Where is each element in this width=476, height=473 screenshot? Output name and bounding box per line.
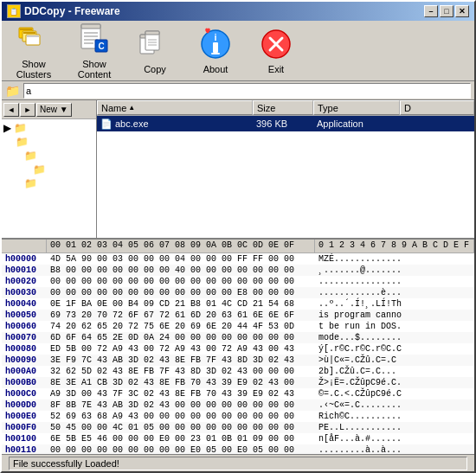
address-input[interactable]: [23, 83, 471, 99]
file-type-cell: Application: [313, 118, 400, 129]
column-header-name[interactable]: Name ▲: [97, 100, 253, 115]
svg-rect-17: [145, 31, 159, 35]
copy-button[interactable]: Copy: [128, 24, 182, 77]
maximize-button[interactable]: □: [440, 5, 453, 17]
hex-bytes: 8E 3E A1 CB 3D 02 43 8E FB 70 43 39 E9 0…: [47, 378, 315, 387]
hex-address: h00000: [2, 254, 47, 264]
copy-label: Copy: [144, 64, 166, 74]
hex-row[interactable]: h00030 00 00 00 00 00 00 00 00 00 00 00 …: [2, 287, 474, 298]
copy-icon: [138, 27, 172, 61]
hex-ascii: ¸.......@.......: [315, 265, 474, 275]
hex-bytes: 69 73 20 70 72 6F 67 72 61 6D 20 63 61 6…: [47, 310, 315, 320]
hex-row[interactable]: h00050 69 73 20 70 72 6F 67 72 61 6D 20 …: [2, 310, 474, 321]
hex-row[interactable]: h000C0 A9 3D 00 43 7F 3C 02 43 8E FB 70 …: [2, 388, 474, 399]
file-list-header: Name ▲ Size Type D: [97, 100, 474, 116]
about-button[interactable]: i About: [189, 24, 242, 77]
title-bar: 📋 DDCopy - Freeware – □ ✕: [2, 2, 474, 21]
file-row[interactable]: 📄 abc.exe 396 KB Application: [97, 116, 474, 131]
tree-forward-button[interactable]: ►: [20, 103, 35, 117]
svg-text:C: C: [98, 42, 104, 51]
hex-row[interactable]: h00060 74 20 62 65 20 72 75 6E 20 69 6E …: [2, 321, 474, 332]
tree-item[interactable]: 📁: [16, 149, 94, 163]
hex-row[interactable]: h00090 3E F9 7C 43 AB 3D 02 43 8E FB 7F …: [2, 355, 474, 366]
hex-ascii-header: 0 1 2 3 4 6 7 8 9 A B C D E F: [315, 240, 474, 252]
hex-row[interactable]: h000A0 32 62 5D 02 43 8E FB 7F 43 8D 3D …: [2, 366, 474, 377]
tree-folder-icon: 📁: [16, 136, 29, 148]
sort-arrow: ▲: [128, 104, 135, 112]
main-window: 📋 DDCopy - Freeware – □ ✕ Show Clust: [0, 0, 476, 473]
hex-row[interactable]: h00020 00 00 00 00 00 00 00 00 00 00 00 …: [2, 276, 474, 287]
hex-row[interactable]: h00040 0E 1F BA 0E 00 B4 09 CD 21 B8 01 …: [2, 298, 474, 310]
tree-item[interactable]: 📁: [16, 176, 94, 190]
hex-row[interactable]: h000E0 52 69 63 68 A9 43 00 00 00 00 00 …: [2, 411, 474, 422]
column-header-size[interactable]: Size: [253, 100, 313, 115]
hex-address: h000E0: [2, 412, 47, 421]
hex-row[interactable]: h00070 6D 6F 64 65 2E 0D 0A 24 00 00 00 …: [2, 332, 474, 343]
file-tree-toolbar: ◄ ► New ▼: [2, 100, 96, 119]
hex-content[interactable]: h00000 4D 5A 90 00 03 00 00 00 04 00 00 …: [2, 253, 474, 454]
file-list-content[interactable]: 📄 abc.exe 396 KB Application: [97, 116, 474, 238]
hex-ascii: .‹~C«=.C........: [315, 400, 474, 410]
hex-ascii: Ž>¡Ë=.CŽûpC9é.C.: [315, 378, 474, 387]
hex-ascii: 2b].CŽû.C=.C...: [315, 367, 474, 376]
exit-icon: [259, 27, 293, 61]
about-label: About: [203, 64, 228, 74]
upper-panels: ◄ ► New ▼ ▶ 📁 📁 📁 �: [2, 100, 474, 238]
tree-item[interactable]: ▶ 📁: [3, 121, 94, 135]
hex-bytes: 32 62 5D 02 43 8E FB 7F 43 8D 3D 02 43 0…: [47, 367, 315, 376]
minimize-button[interactable]: –: [424, 5, 438, 17]
hex-address: h000A0: [2, 367, 47, 376]
col-date-label: D: [404, 103, 411, 113]
toolbar: Show Clusters C Show Content: [2, 21, 474, 81]
hex-address: h00090: [2, 355, 47, 365]
hex-ascii: Rich©C..........: [315, 412, 474, 421]
hex-address: h00060: [2, 322, 47, 331]
col-type-label: Type: [318, 103, 338, 113]
hex-address: h00070: [2, 333, 47, 342]
show-clusters-label: Show Clusters: [10, 59, 58, 80]
hex-address: h00100: [2, 434, 47, 444]
status-text: File successfully Loaded!: [13, 458, 119, 469]
file-name-cell: 📄 abc.exe: [97, 118, 253, 130]
file-icon: 📄: [100, 118, 113, 130]
hex-bytes: A9 3D 00 43 7F 3C 02 43 8E FB 70 43 39 E…: [47, 389, 315, 399]
exit-button[interactable]: Exit: [249, 24, 303, 77]
hex-ascii: ............è...: [315, 288, 474, 297]
tree-folder-icon: 📁: [33, 163, 46, 176]
show-content-button[interactable]: C Show Content: [68, 19, 121, 82]
tree-item[interactable]: 📁: [16, 135, 94, 149]
new-label: New ▼: [40, 105, 68, 114]
hex-row[interactable]: h000F0 50 45 00 00 4C 01 05 00 00 00 00 …: [2, 422, 474, 433]
hex-bytes: 4D 5A 90 00 03 00 00 00 04 00 00 00 FF F…: [47, 254, 315, 264]
hex-row[interactable]: h00080 ED 5B 00 72 A9 43 00 72 A9 43 00 …: [2, 343, 474, 355]
hex-row[interactable]: h00100 6E 5B E5 46 00 00 00 E0 00 23 01 …: [2, 433, 474, 444]
hex-row[interactable]: h000D0 8F 8B 7E 43 AB 3D 02 43 00 00 00 …: [2, 399, 474, 411]
column-header-type[interactable]: Type: [313, 100, 400, 115]
tree-item[interactable]: 📁: [16, 163, 94, 176]
hex-ascii: .........à..à...: [315, 445, 474, 454]
new-button[interactable]: New ▼: [36, 103, 72, 117]
show-clusters-button[interactable]: Show Clusters: [7, 19, 61, 82]
tree-folder-icon: 📁: [24, 150, 37, 162]
hex-addr-header: [2, 240, 47, 252]
close-button[interactable]: ✕: [455, 5, 469, 17]
hex-bytes: 3E F9 7C 43 AB 3D 02 43 8E FB 7F 43 8D 3…: [47, 355, 315, 365]
hex-row[interactable]: h00110 00 00 00 00 00 00 00 00 00 E0 05 …: [2, 444, 474, 454]
svg-rect-5: [27, 35, 39, 37]
file-name: abc.exe: [115, 118, 149, 129]
hex-row[interactable]: h00000 4D 5A 90 00 03 00 00 00 04 00 00 …: [2, 253, 474, 265]
about-icon: i: [198, 27, 233, 61]
column-header-date[interactable]: D: [400, 100, 474, 115]
hex-ascii: MZÉ.............: [315, 254, 474, 264]
hex-address: h00040: [2, 299, 47, 309]
hex-row[interactable]: h000B0 8E 3E A1 CB 3D 02 43 8E FB 70 43 …: [2, 377, 474, 388]
tree-back-button[interactable]: ◄: [3, 103, 19, 117]
hex-row[interactable]: h00010 B8 00 00 00 00 00 00 00 40 00 00 …: [2, 265, 474, 276]
show-content-icon: C: [77, 22, 112, 56]
hex-ascii: ................: [315, 277, 474, 286]
hex-ascii: mode...$........: [315, 333, 474, 342]
svg-rect-24: [211, 53, 220, 54]
col-size-label: Size: [257, 103, 275, 113]
tree-content[interactable]: ▶ 📁 📁 📁 📁 📁: [2, 119, 96, 238]
hex-header: 00 01 02 03 04 05 06 07 08 09 0A 0B 0C 0…: [2, 240, 474, 253]
